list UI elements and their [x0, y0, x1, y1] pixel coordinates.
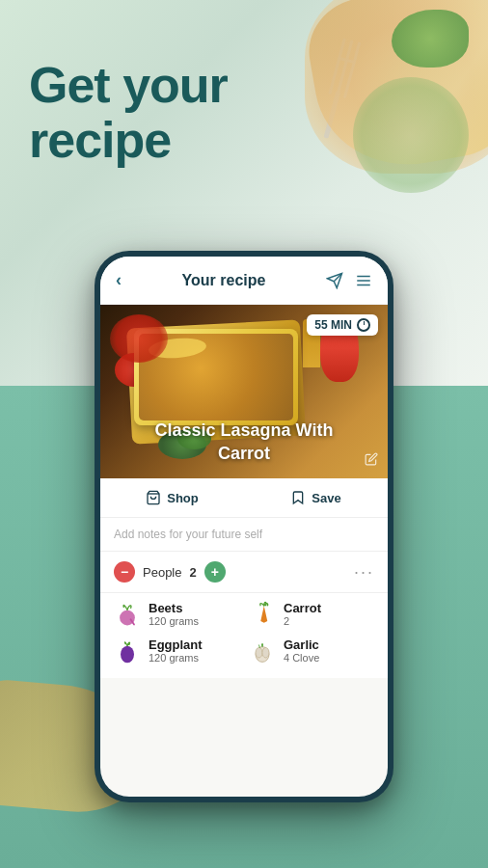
- notes-placeholder: Add notes for your future self: [114, 528, 374, 541]
- people-controls: − People 2 +: [114, 561, 226, 583]
- svg-point-15: [262, 648, 269, 659]
- carrot-info: Carrot 2: [284, 601, 321, 627]
- ingredient-carrot: Carrot 2: [249, 601, 374, 628]
- beet-name: Beets: [149, 601, 199, 615]
- save-button[interactable]: Save: [244, 490, 388, 505]
- carrot-amount: 2: [284, 615, 321, 627]
- svg-point-14: [256, 648, 262, 659]
- eggplant-info: Eggplant 120 grams: [149, 637, 203, 664]
- people-row: − People 2 + ···: [100, 552, 388, 593]
- phone-frame: ‹ Your recipe: [95, 251, 393, 802]
- phone-header: ‹ Your recipe: [100, 257, 388, 305]
- ingredient-garlic: Garlic 4 Clove: [249, 637, 374, 665]
- back-button[interactable]: ‹: [116, 270, 122, 290]
- carrot-icon: [249, 601, 276, 628]
- eggplant-amount: 120 grams: [149, 652, 203, 664]
- increase-people-button[interactable]: +: [204, 561, 226, 583]
- screen-title: Your recipe: [182, 272, 266, 289]
- hero-title: Get your recipe: [29, 58, 228, 168]
- beet-amount: 120 grams: [149, 615, 199, 627]
- action-bar: Shop Save: [100, 478, 388, 518]
- people-count: 2: [189, 565, 196, 580]
- baking-dish: [134, 329, 298, 425]
- phone-mockup: ‹ Your recipe: [95, 251, 393, 802]
- shop-button[interactable]: Shop: [100, 490, 244, 505]
- header-actions: [326, 272, 372, 289]
- menu-icon[interactable]: [355, 272, 372, 289]
- garlic-amount: 4 Clove: [284, 652, 319, 664]
- hero-section: Get your recipe: [29, 58, 228, 168]
- timer-icon: [357, 318, 370, 332]
- lasagna-surface: [139, 334, 293, 420]
- herb-decor-1: [392, 10, 469, 68]
- people-label: People: [143, 565, 181, 580]
- time-badge: 55 MIN: [307, 314, 378, 336]
- save-icon: [290, 490, 306, 505]
- recipe-title-overlay: Classic Lasagna With Carrot: [100, 420, 388, 465]
- beet-info: Beets 120 grams: [149, 601, 199, 627]
- save-label: Save: [312, 491, 340, 505]
- decrease-people-button[interactable]: −: [114, 561, 135, 583]
- beet-icon: [114, 601, 141, 628]
- more-options-button[interactable]: ···: [354, 562, 374, 583]
- svg-point-12: [121, 646, 134, 664]
- ingredient-beets: Beets 120 grams: [114, 601, 239, 628]
- shop-label: Shop: [167, 491, 199, 505]
- phone-screen: ‹ Your recipe: [100, 257, 388, 797]
- ingredient-eggplant: Eggplant 120 grams: [114, 637, 239, 665]
- garlic-info: Garlic 4 Clove: [284, 637, 319, 664]
- notes-area[interactable]: Add notes for your future self: [100, 518, 388, 552]
- time-value: 55 MIN: [314, 318, 352, 332]
- recipe-image: 55 MIN Classic Lasagna With Carrot: [100, 305, 388, 478]
- carrot-name: Carrot: [284, 601, 321, 615]
- recipe-title-text: Classic Lasagna With Carrot: [100, 420, 388, 465]
- ingredients-grid: Beets 120 grams Carrot 2: [100, 593, 388, 678]
- edit-icon[interactable]: [365, 452, 378, 469]
- send-icon[interactable]: [326, 272, 343, 289]
- garlic-name: Garlic: [284, 637, 319, 652]
- shop-icon: [146, 490, 161, 505]
- eggplant-icon: [114, 637, 141, 665]
- eggplant-name: Eggplant: [149, 637, 203, 652]
- garlic-icon: [249, 637, 276, 665]
